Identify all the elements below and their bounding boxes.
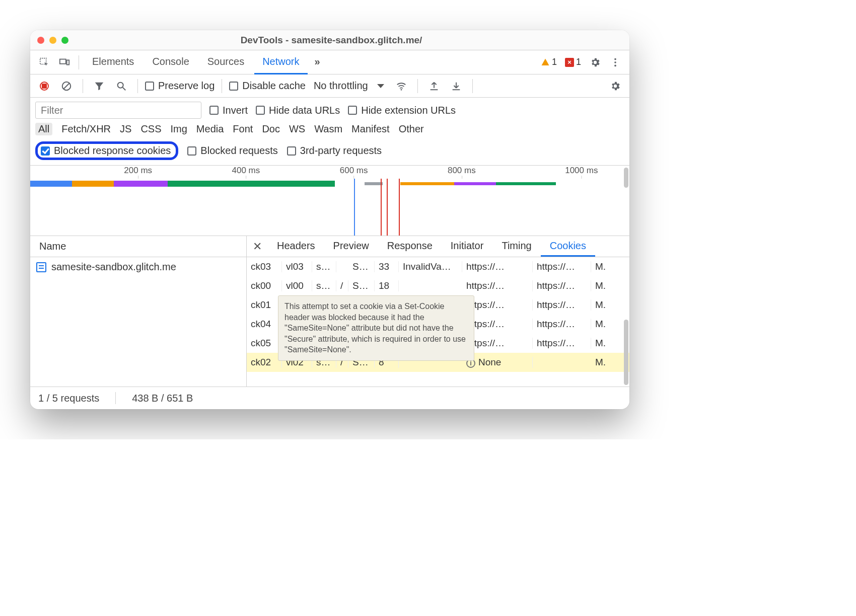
upload-har-icon[interactable] (425, 77, 443, 95)
inspect-icon[interactable] (35, 53, 53, 71)
timeline-overview[interactable]: 200 ms400 ms600 ms800 ms1000 ms (30, 166, 629, 236)
network-toolbar: Preserve log Disable cache No throttling (30, 74, 629, 98)
timeline-tick: 200 ms (124, 166, 152, 176)
svg-point-4 (614, 61, 616, 63)
type-filter-fetchxhr[interactable]: Fetch/XHR (61, 123, 111, 135)
name-column-header[interactable]: Name (30, 236, 246, 257)
close-detail-button[interactable]: ✕ (247, 236, 268, 257)
request-list-pane: Name samesite-sandbox.glitch.me (30, 236, 247, 387)
request-row[interactable]: samesite-sandbox.glitch.me (30, 257, 246, 277)
timeline-tick: 800 ms (448, 166, 476, 176)
filter-icon (94, 81, 105, 92)
scrollbar[interactable] (624, 168, 628, 188)
network-conditions-icon[interactable] (392, 77, 410, 95)
warning-icon (541, 58, 550, 67)
detail-tabbar: ✕ HeadersPreviewResponseInitiatorTimingC… (247, 236, 629, 257)
devtools-window: DevTools - samesite-sandbox.glitch.me/ E… (30, 30, 629, 409)
device-mode-icon[interactable] (55, 53, 74, 71)
detail-tab-headers[interactable]: Headers (268, 236, 324, 257)
timeline-bars (30, 181, 627, 190)
blocked-requests-label: Blocked requests (200, 145, 277, 157)
filter-button[interactable] (90, 77, 108, 95)
filter-input[interactable] (35, 102, 201, 119)
status-bar: 1 / 5 requests 438 B / 651 B (30, 387, 629, 409)
hide-extension-urls-checkbox[interactable]: Hide extension URLs (348, 105, 456, 116)
error-count: 1 (576, 57, 581, 67)
chevron-down-icon (377, 84, 384, 88)
more-tabs-button[interactable]: » (310, 50, 325, 74)
svg-point-5 (614, 64, 616, 66)
cookies-table: This attempt to set a cookie via a Set-C… (247, 257, 629, 387)
blocked-requests-checkbox[interactable]: Blocked requests (187, 145, 277, 157)
svg-point-3 (614, 58, 616, 60)
detail-tab-initiator[interactable]: Initiator (442, 236, 493, 257)
kebab-menu-icon[interactable] (606, 53, 624, 71)
type-filter-doc[interactable]: Doc (262, 123, 280, 135)
tab-console[interactable]: Console (144, 50, 197, 74)
third-party-requests-checkbox[interactable]: 3rd-party requests (287, 145, 382, 157)
clear-icon (61, 81, 72, 92)
titlebar: DevTools - samesite-sandbox.glitch.me/ (30, 30, 629, 50)
record-icon (40, 82, 49, 91)
preserve-log-label: Preserve log (158, 80, 215, 92)
detail-panel: Name samesite-sandbox.glitch.me ✕ Header… (30, 236, 629, 387)
error-badge[interactable]: × 1 (565, 57, 581, 67)
type-filter-font[interactable]: Font (233, 123, 253, 135)
minimize-window-icon[interactable] (49, 37, 56, 44)
throttling-value: No throttling (314, 80, 368, 92)
warning-badge[interactable]: 1 (541, 57, 557, 67)
hide-data-label: Hide data URLs (269, 105, 340, 116)
invert-checkbox[interactable]: Invert (209, 105, 248, 116)
blocked-cookies-label: Blocked response cookies (54, 145, 171, 157)
filter-row: Invert Hide data URLs Hide extension URL… (30, 98, 629, 121)
detail-tab-response[interactable]: Response (378, 236, 442, 257)
blocked-response-cookies-highlight: Blocked response cookies (35, 141, 178, 160)
status-requests: 1 / 5 requests (38, 393, 99, 404)
detail-tab-cookies[interactable]: Cookies (541, 236, 595, 257)
status-size: 438 B / 651 B (132, 393, 193, 404)
svg-point-10 (400, 89, 402, 90)
network-settings-icon[interactable] (606, 77, 624, 95)
cookie-row[interactable]: ck03vl03s…S…33InvalidVa…https://…https:/… (247, 257, 629, 276)
tab-sources[interactable]: Sources (199, 50, 252, 74)
error-icon: × (565, 58, 574, 67)
type-filter-bar: AllFetch/XHRJSCSSImgMediaFontDocWSWasmMa… (30, 121, 629, 138)
record-button[interactable] (35, 77, 53, 95)
hide-ext-label: Hide extension URLs (361, 105, 456, 116)
type-filter-other[interactable]: Other (399, 123, 424, 135)
throttling-select[interactable]: No throttling (310, 80, 388, 92)
tab-elements[interactable]: Elements (84, 50, 142, 74)
blocked-response-cookies-checkbox[interactable]: Blocked response cookies (41, 145, 171, 157)
preserve-log-checkbox[interactable]: Preserve log (145, 80, 215, 92)
extra-filters-row: Blocked response cookies Blocked request… (30, 138, 629, 166)
timeline-tick: 400 ms (232, 166, 260, 176)
timeline-tick: 1000 ms (565, 166, 598, 176)
type-filter-wasm[interactable]: Wasm (314, 123, 342, 135)
svg-rect-1 (60, 59, 66, 63)
zoom-window-icon[interactable] (61, 37, 68, 44)
type-filter-media[interactable]: Media (196, 123, 224, 135)
cookie-row[interactable]: ck00vl00s…/S…18https://…https://…M. (247, 276, 629, 295)
detail-tab-timing[interactable]: Timing (492, 236, 540, 257)
traffic-lights[interactable] (37, 37, 68, 44)
request-detail-pane: ✕ HeadersPreviewResponseInitiatorTimingC… (247, 236, 629, 387)
settings-icon[interactable] (586, 53, 604, 71)
timeline-tick: 600 ms (340, 166, 368, 176)
type-filter-css[interactable]: CSS (140, 123, 161, 135)
tab-network[interactable]: Network (254, 50, 307, 74)
type-filter-img[interactable]: Img (171, 123, 187, 135)
type-filter-js[interactable]: JS (120, 123, 131, 135)
type-filter-all[interactable]: All (35, 123, 52, 135)
detail-tab-preview[interactable]: Preview (324, 236, 378, 257)
search-button[interactable] (112, 77, 130, 95)
close-window-icon[interactable] (37, 37, 44, 44)
clear-button[interactable] (57, 77, 76, 95)
type-filter-manifest[interactable]: Manifest (351, 123, 390, 135)
disable-cache-checkbox[interactable]: Disable cache (229, 80, 306, 92)
svg-point-8 (118, 82, 123, 88)
hide-data-urls-checkbox[interactable]: Hide data URLs (256, 105, 340, 116)
cookie-blocked-tooltip: This attempt to set a cookie via a Set-C… (278, 295, 474, 361)
scrollbar[interactable] (624, 320, 628, 385)
type-filter-ws[interactable]: WS (289, 123, 305, 135)
download-har-icon[interactable] (447, 77, 465, 95)
